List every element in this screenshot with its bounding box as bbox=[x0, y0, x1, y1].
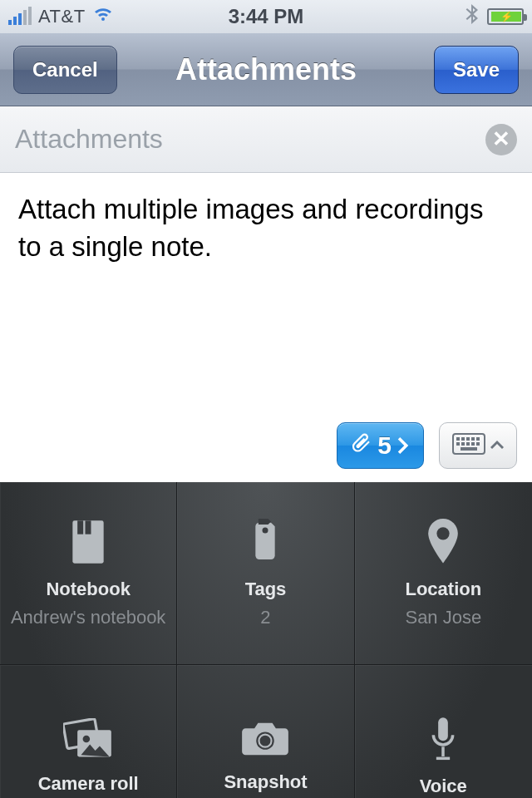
cancel-button-label: Cancel bbox=[32, 58, 98, 81]
svg-rect-10 bbox=[476, 442, 480, 446]
svg-rect-13 bbox=[77, 520, 83, 534]
keyboard-button[interactable] bbox=[439, 422, 517, 469]
attach-count: 5 bbox=[377, 431, 392, 460]
snapshot-cell[interactable]: Snapshot bbox=[177, 665, 354, 798]
note-body[interactable]: Attach multiple images and recordings to… bbox=[0, 173, 532, 422]
svg-rect-2 bbox=[461, 437, 465, 441]
svg-rect-3 bbox=[466, 437, 470, 441]
location-pin-icon bbox=[425, 519, 461, 569]
tags-cell[interactable]: Tags 2 bbox=[177, 482, 354, 665]
title-input[interactable] bbox=[15, 124, 475, 155]
location-sub: San Jose bbox=[405, 607, 481, 628]
keyboard-icon bbox=[452, 433, 485, 458]
page-title: Attachments bbox=[175, 52, 357, 87]
svg-rect-5 bbox=[476, 437, 480, 441]
signal-icon bbox=[8, 8, 32, 25]
voice-title: Voice bbox=[420, 776, 467, 797]
location-cell[interactable]: Location San Jose bbox=[355, 482, 532, 665]
paperclip-icon bbox=[351, 431, 372, 460]
tag-icon bbox=[245, 519, 285, 569]
status-time: 3:44 PM bbox=[229, 5, 304, 28]
svg-rect-14 bbox=[86, 520, 91, 534]
svg-rect-8 bbox=[466, 442, 470, 446]
svg-rect-4 bbox=[471, 437, 475, 441]
notebook-sub: Andrew's notebook bbox=[11, 607, 165, 628]
carrier-label: AT&T bbox=[38, 6, 86, 27]
location-title: Location bbox=[405, 579, 481, 600]
svg-rect-11 bbox=[461, 447, 477, 451]
svg-point-15 bbox=[263, 527, 268, 533]
svg-rect-7 bbox=[461, 442, 465, 446]
svg-point-16 bbox=[437, 527, 450, 539]
svg-rect-22 bbox=[438, 717, 448, 741]
svg-rect-1 bbox=[456, 437, 460, 441]
chevron-right-icon bbox=[397, 431, 410, 460]
notebook-title: Notebook bbox=[46, 579, 130, 600]
svg-rect-6 bbox=[456, 442, 460, 446]
battery-icon: ⚡ bbox=[487, 8, 524, 25]
microphone-icon bbox=[428, 716, 458, 766]
voice-cell[interactable]: Voice bbox=[355, 665, 532, 798]
svg-point-19 bbox=[83, 735, 91, 742]
camera-roll-title: Camera roll bbox=[38, 773, 139, 795]
tool-row: 5 bbox=[0, 422, 532, 482]
notebook-icon bbox=[68, 519, 108, 569]
save-button-label: Save bbox=[453, 58, 500, 81]
svg-rect-9 bbox=[471, 442, 475, 446]
save-button[interactable]: Save bbox=[434, 46, 519, 94]
close-icon: ✕ bbox=[492, 126, 510, 152]
bluetooth-icon bbox=[466, 4, 479, 29]
notebook-cell[interactable]: Notebook Andrew's notebook bbox=[0, 482, 177, 665]
camera-roll-cell[interactable]: Camera roll bbox=[0, 665, 177, 798]
clear-title-button[interactable]: ✕ bbox=[485, 124, 517, 155]
wifi-icon bbox=[92, 6, 114, 27]
title-row: ✕ bbox=[0, 106, 532, 173]
nav-bar: Cancel Attachments Save bbox=[0, 33, 532, 106]
snapshot-title: Snapshot bbox=[224, 771, 307, 793]
tags-title: Tags bbox=[245, 579, 287, 600]
attachments-button[interactable]: 5 bbox=[337, 422, 424, 469]
camera-icon bbox=[240, 720, 290, 761]
cancel-button[interactable]: Cancel bbox=[13, 46, 117, 94]
chevron-up-icon bbox=[490, 438, 504, 453]
tags-sub: 2 bbox=[260, 607, 270, 628]
camera-roll-icon bbox=[63, 718, 113, 763]
options-grid: Notebook Andrew's notebook Tags 2 Locati… bbox=[0, 482, 532, 798]
status-bar: AT&T 3:44 PM ⚡ bbox=[0, 0, 532, 33]
